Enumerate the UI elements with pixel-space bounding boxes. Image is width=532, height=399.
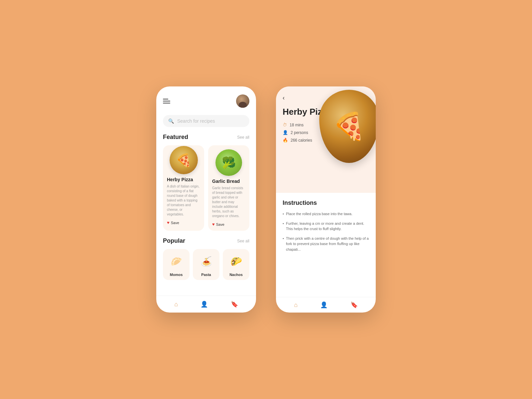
search-input[interactable]: Search for recipes [177, 118, 215, 124]
search-bar[interactable]: 🔍 Search for recipes [163, 115, 249, 127]
featured-section-header: Featured See all [163, 134, 249, 141]
heart-icon: ♥ [167, 220, 170, 225]
nachos-image: 🌮 [227, 252, 245, 271]
popular-title: Popular [163, 237, 185, 244]
recipe-top-section: ‹ Herby Pizza ⏱ 18 mins 👤 2 persons 🔥 26… [276, 86, 376, 193]
menu-button[interactable] [163, 99, 170, 103]
bookmark-nav-icon[interactable]: 🔖 [231, 301, 238, 308]
card-name: Garlic Bread [212, 179, 245, 184]
calories-value: 266 calories [291, 138, 312, 143]
save-label: Save [216, 222, 224, 226]
popular-see-all[interactable]: See all [237, 239, 249, 243]
home-nav-icon[interactable]: ⌂ [174, 301, 178, 308]
card-name: Herby Pizza [167, 177, 200, 182]
popular-section-header: Popular See all [163, 237, 249, 244]
featured-see-all[interactable]: See all [237, 135, 249, 140]
profile-nav-icon[interactable]: 👤 [320, 301, 328, 309]
popular-card-nachos[interactable]: 🌮 Nachos [223, 249, 249, 280]
nachos-name: Nachos [229, 273, 243, 277]
home-nav-icon[interactable]: ⌂ [294, 302, 298, 309]
header [163, 94, 249, 108]
heart-icon: ♥ [212, 222, 215, 227]
featured-title: Featured [163, 134, 188, 141]
save-button[interactable]: ♥ Save [212, 222, 245, 227]
popular-row: 🥟 Momos 🍝 Pasta 🌮 Nachos [163, 249, 249, 280]
featured-row: 🍕 Herby Pizza A dish of Italian origin, … [163, 145, 249, 231]
left-phone: 🔍 Search for recipes Featured See all 🍕 … [156, 86, 256, 313]
clock-icon: ⏱ [283, 122, 287, 127]
pizza-image: 🍕 [170, 146, 198, 174]
instructions-section: Instructions Place the rolled pizza base… [276, 193, 376, 297]
right-bottom-nav: ⌂ 👤 🔖 [276, 297, 376, 313]
pasta-name: Pasta [201, 273, 211, 277]
featured-card-garlic-bread[interactable]: 🥦 Garlic Bread Garlic bread consists of … [208, 145, 249, 231]
bookmark-nav-icon[interactable]: 🔖 [350, 301, 358, 309]
instructions-title: Instructions [283, 200, 369, 206]
person-icon: 👤 [283, 130, 288, 135]
card-desc: A dish of Italian origin, consisting of … [167, 184, 200, 217]
popular-card-momos[interactable]: 🥟 Momos [163, 249, 190, 280]
momos-name: Momos [170, 273, 183, 277]
featured-card-herby-pizza[interactable]: 🍕 Herby Pizza A dish of Italian origin, … [163, 145, 204, 231]
instruction-step-1: Place the rolled pizza base into the taw… [283, 211, 369, 217]
momos-image: 🥟 [167, 252, 186, 271]
big-pizza-image: 🍕 [319, 90, 376, 163]
pasta-image: 🍝 [197, 252, 215, 271]
instruction-step-3: Then prick with a centre of dough with t… [283, 236, 369, 252]
time-value: 18 mins [290, 123, 304, 127]
search-icon: 🔍 [168, 118, 174, 124]
right-phone: ‹ Herby Pizza ⏱ 18 mins 👤 2 persons 🔥 26… [276, 86, 376, 313]
bread-image: 🥦 [215, 149, 242, 176]
save-label: Save [171, 221, 179, 225]
bottom-nav: ⌂ 👤 🔖 [156, 296, 256, 313]
fire-icon: 🔥 [283, 138, 288, 143]
profile-nav-icon[interactable]: 👤 [200, 301, 208, 308]
instruction-step-2: Further, leaving a cm or more and create… [283, 221, 369, 232]
popular-card-pasta[interactable]: 🍝 Pasta [193, 249, 219, 280]
avatar[interactable] [236, 94, 249, 108]
save-button[interactable]: ♥ Save [167, 220, 200, 225]
persons-value: 2 persons [291, 130, 308, 135]
card-desc: Garlic bread consists of bread topped wi… [212, 186, 245, 218]
